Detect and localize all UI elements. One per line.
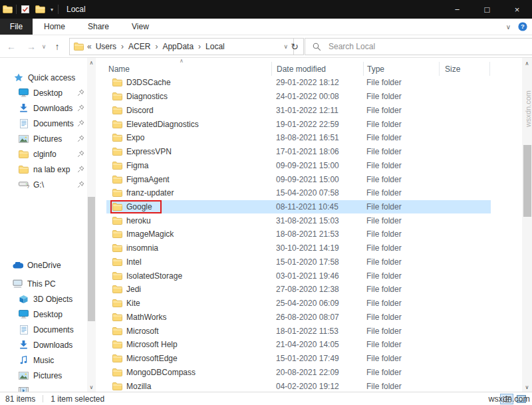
- up-button[interactable]: ↑: [49, 35, 65, 57]
- file-row[interactable]: Diagnostics24-01-2022 00:08File folder: [106, 90, 491, 104]
- file-row[interactable]: insomnia30-10-2021 14:19File folder: [106, 241, 491, 255]
- breadcrumb-appdata[interactable]: AppData: [160, 42, 196, 51]
- folder-icon: [112, 217, 122, 225]
- file-row[interactable]: MathWorks26-08-2020 08:07File folder: [106, 310, 491, 324]
- file-row[interactable]: IsolatedStorage03-01-2021 19:46File fold…: [106, 269, 491, 283]
- file-row[interactable]: franz-updater15-04-2020 07:58File folder: [106, 186, 491, 200]
- sidebar-item-3d-objects[interactable]: 3D Objects: [0, 291, 87, 307]
- file-name-group: Figma: [110, 159, 158, 172]
- file-type: File folder: [366, 92, 402, 101]
- file-row[interactable]: D3DSCache29-01-2022 18:12File folder: [106, 76, 491, 90]
- file-row[interactable]: Microsoft Help21-04-2020 14:05File folde…: [106, 338, 491, 352]
- breadcrumb-users[interactable]: Users: [93, 42, 119, 51]
- drive-icon: ?: [18, 181, 29, 188]
- qat-dropdown-icon[interactable]: ▾: [47, 7, 57, 13]
- sidebar-item-desktop[interactable]: Desktop: [0, 85, 87, 100]
- scroll-up-icon[interactable]: ∧: [522, 58, 532, 68]
- sidebar-item-music[interactable]: Music: [0, 352, 87, 368]
- file-name-group: MicrosoftEdge: [110, 352, 187, 365]
- file-row[interactable]: Figma09-09-2021 15:00File folder: [106, 158, 491, 172]
- sidebar-item-documents[interactable]: Documents: [0, 116, 87, 131]
- file-row[interactable]: ExpressVPN17-01-2021 18:06File folder: [106, 145, 491, 159]
- sidebar-item-clginfo[interactable]: clginfo: [0, 146, 87, 162]
- file-row[interactable]: ElevatedDiagnostics19-01-2022 22:59File …: [106, 117, 491, 131]
- folder-icon: [112, 162, 122, 170]
- file-name-group: ImageMagick: [110, 227, 183, 241]
- breadcrumb-local[interactable]: Local: [203, 42, 227, 51]
- file-row[interactable]: MicrosoftEdge15-01-2020 17:49File folder: [106, 352, 491, 366]
- navigation-pane: Quick accessDesktopDownloadsDocumentsPic…: [0, 58, 87, 392]
- sidebar-scrollbar-thumb[interactable]: [88, 197, 95, 321]
- folder-icon: [112, 203, 122, 211]
- file-date-modified: 08-11-2021 10:45: [276, 202, 338, 211]
- file-date-modified: 20-08-2021 22:09: [276, 368, 339, 377]
- breadcrumb-acer[interactable]: ACER: [126, 42, 153, 51]
- file-row[interactable]: Kite25-04-2020 06:09File folder: [106, 297, 491, 311]
- file-date-modified: 24-01-2022 00:08: [276, 92, 339, 101]
- qat-properties-icon[interactable]: [18, 0, 33, 19]
- sidebar-item-downloads[interactable]: Downloads: [0, 337, 87, 352]
- file-name-group: Discord: [110, 104, 163, 117]
- file-row[interactable]: Expo18-08-2021 16:51File folder: [106, 131, 491, 145]
- column-header-type[interactable]: Type: [363, 62, 439, 76]
- sidebar-item-downloads[interactable]: Downloads: [0, 100, 87, 116]
- scroll-down-icon[interactable]: ∨: [522, 382, 532, 392]
- minimize-button[interactable]: −: [442, 0, 472, 19]
- breadcrumb-separator-icon: ›: [119, 42, 126, 51]
- file-row[interactable]: FigmaAgent09-09-2021 15:00File folder: [106, 172, 491, 186]
- sidebar-item-onedrive[interactable]: OneDrive: [0, 257, 87, 273]
- address-bar[interactable]: « Users › ACER › AppData › Local ∨: [69, 38, 294, 55]
- file-row[interactable]: ImageMagick18-08-2021 21:53File folder: [106, 227, 491, 241]
- sidebar-item-pictures[interactable]: Pictures: [0, 131, 87, 146]
- search-box[interactable]: [305, 38, 532, 55]
- sidebar-item-g[interactable]: ?G:\: [0, 177, 87, 192]
- qat-newfolder-icon[interactable]: [33, 0, 47, 19]
- column-header-size[interactable]: Size: [439, 62, 490, 76]
- pin-icon: [77, 181, 84, 188]
- tab-file[interactable]: File: [0, 19, 33, 35]
- maximize-button[interactable]: □: [472, 0, 502, 19]
- breadcrumb-overflow[interactable]: «: [86, 42, 93, 51]
- file-row[interactable]: Google08-11-2021 10:45File folder: [106, 200, 491, 214]
- close-button[interactable]: ×: [502, 0, 532, 19]
- forward-button[interactable]: →: [23, 35, 40, 57]
- pin-icon: [77, 150, 84, 158]
- watermark-side: wsxdn.com: [524, 90, 532, 127]
- folder-icon: [112, 354, 122, 362]
- breadcrumb-separator-icon: ›: [153, 42, 160, 51]
- file-row[interactable]: Mozilla04-02-2020 19:12File folder: [106, 379, 491, 392]
- sidebar-item-this-pc[interactable]: This PC: [0, 276, 87, 291]
- search-input[interactable]: [327, 41, 532, 52]
- file-row[interactable]: Discord31-01-2022 12:11File folder: [106, 103, 491, 117]
- file-row[interactable]: Intel15-01-2020 17:58File folder: [106, 255, 491, 269]
- scroll-down-icon[interactable]: ∨: [87, 382, 96, 392]
- file-date-modified: 09-09-2021 15:00: [276, 175, 339, 184]
- sidebar-item-documents[interactable]: Documents: [0, 322, 87, 337]
- recent-locations-icon[interactable]: ∨: [39, 35, 49, 57]
- help-icon[interactable]: ?: [518, 22, 527, 31]
- sidebar-item-quick-access[interactable]: Quick access: [0, 70, 87, 85]
- file-row[interactable]: Jedi27-08-2020 12:38File folder: [106, 283, 491, 297]
- sidebar-scrollbar[interactable]: ∧ ∨: [87, 58, 96, 392]
- column-header-date-modified[interactable]: Date modified: [271, 62, 363, 76]
- back-button[interactable]: ←: [3, 35, 20, 57]
- svg-text:?: ?: [27, 184, 29, 188]
- file-row[interactable]: Microsoft18-01-2022 11:53File folder: [106, 324, 491, 338]
- column-header-name[interactable]: Name: [106, 62, 271, 76]
- file-row[interactable]: heroku31-08-2021 15:03File folder: [106, 213, 491, 227]
- refresh-button[interactable]: ↻: [286, 38, 304, 55]
- ribbon-collapse-icon[interactable]: ∨: [506, 23, 511, 31]
- items-count: 81 items: [5, 394, 35, 404]
- sidebar-item-desktop[interactable]: Desktop: [0, 307, 87, 322]
- file-row[interactable]: MongoDBCompass20-08-2021 22:09File folde…: [106, 365, 491, 379]
- tab-view[interactable]: View: [120, 19, 160, 35]
- file-name-label: IsolatedStorage: [126, 271, 182, 281]
- folder-icon: [112, 258, 122, 266]
- tab-share[interactable]: Share: [76, 19, 120, 35]
- tab-home[interactable]: Home: [33, 19, 76, 35]
- sidebar-item-pictures[interactable]: Pictures: [0, 368, 87, 383]
- content-scrollbar-thumb[interactable]: [523, 145, 531, 217]
- scroll-up-icon[interactable]: ∧: [87, 58, 96, 68]
- sidebar-item-na-lab-exp[interactable]: na lab exp: [0, 162, 87, 177]
- sidebar-item-videos[interactable]: [0, 383, 87, 392]
